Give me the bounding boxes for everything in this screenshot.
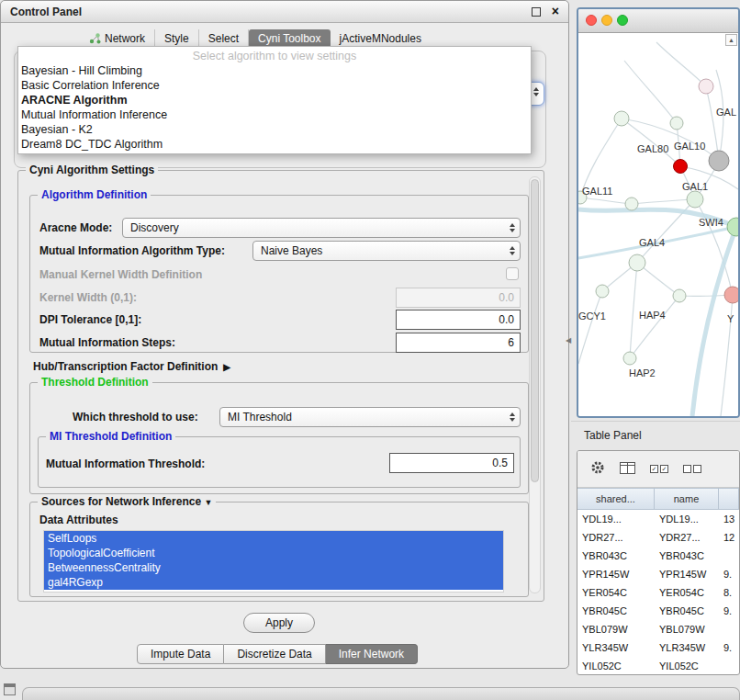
dpi-tolerance-field[interactable]: 0.0 xyxy=(396,310,521,330)
dropdown-item[interactable]: Bayesian - K2 xyxy=(18,122,531,137)
network-node[interactable] xyxy=(709,151,729,171)
table-row[interactable]: YDR27...YDR27...12 xyxy=(577,528,739,547)
kernel-width-field[interactable]: 0.0 xyxy=(396,288,521,308)
network-edges xyxy=(578,42,738,416)
table-toolbar: ✓ ✓ xyxy=(577,451,739,488)
table-panel-title: Table Panel xyxy=(584,429,642,442)
tab-jactivemnodules[interactable]: jActiveMNodules xyxy=(331,29,431,48)
table-panel-window: ✓ ✓ shared... name YDL19...YDL19...13 YD… xyxy=(577,450,740,675)
select-all-icon[interactable]: ✓ ✓ xyxy=(650,465,668,473)
network-node[interactable] xyxy=(623,352,636,365)
algorithm-definition-group: Algorithm Definition Aracne Mode: Discov… xyxy=(29,195,529,353)
network-node[interactable] xyxy=(673,289,686,302)
tab-style[interactable]: Style xyxy=(155,29,199,48)
tab-cyni-toolbox[interactable]: Cyni Toolbox xyxy=(249,29,330,48)
scrollbar-thumb[interactable] xyxy=(531,179,539,482)
attribute-item-selected[interactable]: BetweennessCentrality xyxy=(44,560,503,575)
settings-scrollbar[interactable] xyxy=(529,176,541,593)
mi-threshold-field[interactable]: 0.5 xyxy=(389,453,514,473)
network-node[interactable] xyxy=(724,287,738,303)
group-title: MI Threshold Definition xyxy=(46,430,175,443)
network-node-highlighted[interactable] xyxy=(674,160,688,174)
tab-network[interactable]: Network xyxy=(80,29,155,48)
combobox-stepper-icon xyxy=(510,246,515,255)
tab-network-label: Network xyxy=(105,32,145,45)
table-row[interactable]: YBR043CYBR043C xyxy=(577,547,739,565)
mi-steps-field[interactable]: 6 xyxy=(396,333,521,353)
table-row[interactable]: YBL079WYBL079W xyxy=(577,620,739,638)
network-node[interactable] xyxy=(625,198,638,210)
table-row[interactable]: YDL19...YDL19...13 xyxy=(577,510,739,528)
network-graph: GAL GAL80 GAL10 GAL11 GAL1 SWI4 GAL4 GCY… xyxy=(578,33,738,418)
panel-collapse-handle-icon[interactable]: ◀ xyxy=(566,336,571,344)
hub-definition-expander[interactable]: Hub/Transcription Factor Definition▶ xyxy=(33,360,230,373)
mi-threshold-label: Mutual Information Threshold: xyxy=(46,457,205,470)
node-label: GAL1 xyxy=(682,181,708,192)
tab-select[interactable]: Select xyxy=(199,29,249,48)
mi-steps-label: Mutual Information Steps: xyxy=(39,336,175,349)
attribute-item-selected[interactable]: gal4RGexp xyxy=(44,575,503,590)
float-window-icon[interactable] xyxy=(532,7,541,17)
table-panel-header: Table Panel xyxy=(571,421,740,448)
table-row[interactable]: YBR045CYBR045C9. xyxy=(577,602,739,620)
zoom-traffic-light[interactable] xyxy=(617,15,628,26)
chevron-down-icon: ▼ xyxy=(204,498,212,507)
mi-threshold-group: MI Threshold Definition Mutual Informati… xyxy=(38,436,521,488)
network-window-titlebar[interactable] xyxy=(578,9,738,33)
node-label: GCY1 xyxy=(578,310,606,322)
network-node[interactable] xyxy=(727,218,738,236)
manual-kernel-label: Manual Kernel Width Definition xyxy=(39,268,202,281)
network-node[interactable] xyxy=(699,79,713,94)
node-label: SWI4 xyxy=(699,217,723,228)
aracne-mode-label: Aracne Mode: xyxy=(39,221,112,234)
attribute-item-selected[interactable]: TopologicalCoefficient xyxy=(44,546,503,560)
scroll-up-icon: ▲ xyxy=(728,37,734,43)
which-threshold-select[interactable]: MI Threshold xyxy=(219,407,521,427)
table-row[interactable]: YPR145WYPR145W9. xyxy=(577,565,739,583)
group-title: Algorithm Definition xyxy=(38,188,151,201)
table-row[interactable]: YLR345WYLR345W9. xyxy=(577,638,739,657)
close-traffic-light[interactable] xyxy=(586,15,597,26)
control-panel-titlebar[interactable]: Control Panel × xyxy=(1,1,568,23)
gear-icon[interactable] xyxy=(590,460,605,478)
dropdown-item[interactable]: Basic Correlation Inference xyxy=(18,78,531,93)
node-label: HAP2 xyxy=(629,367,656,378)
network-canvas[interactable]: GAL GAL80 GAL10 GAL11 GAL1 SWI4 GAL4 GCY… xyxy=(578,33,738,416)
deselect-all-icon[interactable] xyxy=(683,465,701,473)
table-row[interactable]: YER054CYER054C8. xyxy=(577,583,739,602)
network-node[interactable] xyxy=(614,111,629,126)
table-body: YDL19...YDL19...13 YDR27...YDR27...12 YB… xyxy=(577,510,739,674)
attribute-item-selected[interactable]: SelfLoops xyxy=(44,531,503,546)
scroll-up-button[interactable]: ▲ xyxy=(725,34,737,46)
dropdown-item[interactable]: Dream8 DC_TDC Algorithm xyxy=(18,137,531,152)
tab-discretize-data[interactable]: Discretize Data xyxy=(224,644,325,664)
chevron-right-icon: ▶ xyxy=(223,362,230,372)
sources-expander[interactable]: Sources for Network Inference ▼ xyxy=(38,495,216,508)
network-tab-icon xyxy=(89,33,101,44)
network-node[interactable] xyxy=(670,117,683,130)
mi-type-select[interactable]: Naive Bayes xyxy=(252,241,521,261)
network-node[interactable] xyxy=(629,254,645,271)
column-header-name[interactable]: name xyxy=(655,489,719,509)
tab-infer-network[interactable]: Infer Network xyxy=(326,644,418,664)
minimize-traffic-light[interactable] xyxy=(601,15,612,26)
dpi-tolerance-label: DPI Tolerance [0,1]: xyxy=(39,313,141,326)
floating-panel-icon[interactable] xyxy=(4,683,16,695)
dropdown-item-selected[interactable]: ARACNE Algorithm xyxy=(18,93,531,107)
dropdown-item[interactable]: Bayesian - Hill Climbing xyxy=(18,63,531,78)
manual-kernel-checkbox[interactable] xyxy=(506,267,519,280)
column-browser-icon[interactable] xyxy=(620,462,635,477)
apply-button[interactable]: Apply xyxy=(243,613,315,633)
node-label: HAP4 xyxy=(639,310,666,321)
column-header-shared-name[interactable]: shared... xyxy=(577,489,655,509)
table-row[interactable]: YIL052CYIL052C xyxy=(577,657,739,674)
node-label: Y xyxy=(727,313,734,324)
dropdown-item[interactable]: Mutual Information Inference xyxy=(18,107,531,122)
network-node[interactable] xyxy=(687,191,703,208)
aracne-mode-select[interactable]: Discovery xyxy=(122,218,521,238)
tab-impute-data[interactable]: Impute Data xyxy=(137,644,224,664)
close-icon[interactable]: × xyxy=(552,4,559,18)
column-header-extra[interactable] xyxy=(719,489,739,509)
network-node[interactable] xyxy=(596,285,609,298)
table-header-row: shared... name xyxy=(577,488,739,510)
